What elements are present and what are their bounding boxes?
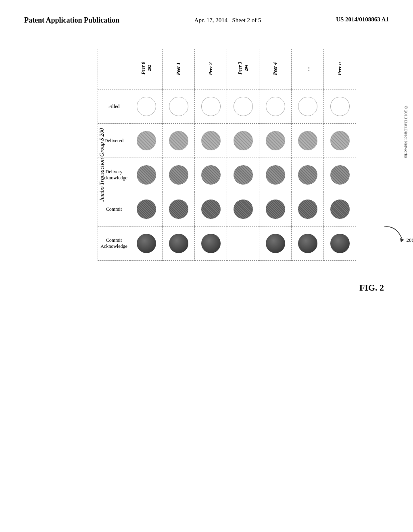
circle-empty bbox=[234, 97, 253, 116]
cell-delack-pn bbox=[324, 158, 356, 192]
row-label-commit: Commit bbox=[98, 192, 130, 227]
circle-hatched bbox=[330, 131, 350, 150]
circle-hatched2 bbox=[330, 165, 350, 185]
circle-hatched bbox=[298, 131, 317, 150]
circle-hatched2 bbox=[137, 165, 156, 185]
cell-commack-p2 bbox=[195, 227, 227, 261]
circle-hatched2 bbox=[234, 165, 253, 185]
cell-commit-pe bbox=[292, 192, 324, 227]
cell-commack-p4 bbox=[259, 227, 292, 261]
circle-hatched2 bbox=[169, 165, 188, 185]
circle-hatched bbox=[201, 131, 221, 150]
patent-number: US 2014/0108863 A1 bbox=[336, 16, 389, 23]
table-row-commit: Commit bbox=[98, 192, 356, 227]
cell-delack-p4 bbox=[259, 158, 292, 192]
cell-delack-p3 bbox=[227, 158, 259, 192]
cell-commack-pn bbox=[324, 227, 356, 261]
cell-filled-pe bbox=[292, 89, 324, 124]
cell-commit-p0 bbox=[130, 192, 163, 227]
corner-cell bbox=[98, 49, 130, 89]
circle-empty bbox=[330, 97, 350, 116]
cell-commit-p2 bbox=[195, 192, 227, 227]
circle-hatched bbox=[234, 131, 253, 150]
peer-2-header: Peer 2 bbox=[195, 49, 227, 89]
cell-filled-p4 bbox=[259, 89, 292, 124]
annotation-container: 206 bbox=[380, 223, 413, 257]
cell-delivered-p2 bbox=[195, 124, 227, 158]
cell-commack-pe bbox=[292, 227, 324, 261]
cell-delivered-p1 bbox=[163, 124, 195, 158]
circle-empty bbox=[298, 97, 317, 116]
circle-hatched3 bbox=[201, 200, 221, 219]
copyright-label: © 2013 DataDirect Networks bbox=[404, 106, 409, 158]
peer-n-header: Peer n bbox=[324, 49, 356, 89]
row-label-commit-ack: CommitAcknowledge bbox=[98, 227, 130, 261]
arrow-path bbox=[384, 227, 402, 239]
circle-hatched2 bbox=[266, 165, 285, 185]
peer-ellipsis-header: … bbox=[292, 49, 324, 89]
page-header: Patent Application Publication Apr. 17, … bbox=[0, 0, 413, 33]
cell-commit-p3 bbox=[227, 192, 259, 227]
circle-dark bbox=[137, 234, 156, 253]
circle-hatched bbox=[137, 131, 156, 150]
circle-hatched3 bbox=[234, 200, 253, 219]
circle-empty bbox=[266, 97, 285, 116]
cell-filled-p3 bbox=[227, 89, 259, 124]
cell-delivered-p0 bbox=[130, 124, 163, 158]
circle-empty bbox=[201, 97, 221, 116]
cell-filled-pn bbox=[324, 89, 356, 124]
cell-delack-p1 bbox=[163, 158, 195, 192]
annotation-206-label: 206 bbox=[407, 237, 413, 243]
circle-hatched2 bbox=[298, 165, 317, 185]
cell-filled-p0 bbox=[130, 89, 163, 124]
row-label-delivered: Delivered bbox=[98, 124, 130, 158]
circle-hatched3 bbox=[298, 200, 317, 219]
circle-dark bbox=[266, 234, 285, 253]
row-label-filled: Filled bbox=[98, 89, 130, 124]
circle-hatched3 bbox=[169, 200, 188, 219]
table-row-commit-ack: CommitAcknowledge bbox=[98, 227, 356, 261]
circle-empty bbox=[137, 97, 156, 116]
diagram-area: Jumbo Transaction Group S 200 © 2013 Dat… bbox=[69, 49, 384, 261]
cell-delivered-p4 bbox=[259, 124, 292, 158]
peer-1-header: Peer 1 bbox=[163, 49, 195, 89]
peer-3-header: Peer 3204 bbox=[227, 49, 259, 89]
circle-hatched2 bbox=[201, 165, 221, 185]
state-table: Peer 0202 Peer 1 Peer 2 Peer 3204 bbox=[98, 49, 356, 261]
cell-commack-p0 bbox=[130, 227, 163, 261]
table-row-delivered: Delivered bbox=[98, 124, 356, 158]
circle-dark bbox=[330, 234, 350, 253]
cell-delack-p0 bbox=[130, 158, 163, 192]
cell-delivered-pn bbox=[324, 124, 356, 158]
cell-delack-p2 bbox=[195, 158, 227, 192]
circle-hatched3 bbox=[330, 200, 350, 219]
circle-hatched3 bbox=[137, 200, 156, 219]
peer-0-header: Peer 0202 bbox=[130, 49, 163, 89]
circle-empty bbox=[169, 97, 188, 116]
circle-dark bbox=[201, 234, 221, 253]
table-container: Peer 0202 Peer 1 Peer 2 Peer 3204 bbox=[98, 49, 384, 261]
cell-commit-pn bbox=[324, 192, 356, 227]
cell-commack-p1 bbox=[163, 227, 195, 261]
circle-hatched bbox=[266, 131, 285, 150]
table-row-delivery-ack: DeliveryAcknowledge bbox=[98, 158, 356, 192]
cell-commit-p1 bbox=[163, 192, 195, 227]
circle-hatched3 bbox=[266, 200, 285, 219]
circle-dark bbox=[169, 234, 188, 253]
row-label-delivery-ack: DeliveryAcknowledge bbox=[98, 158, 130, 192]
cell-delivered-pe bbox=[292, 124, 324, 158]
circle-dark bbox=[298, 234, 317, 253]
publication-title: Patent Application Publication bbox=[24, 16, 119, 25]
sheet-info: Apr. 17, 2014 Sheet 2 of 5 bbox=[194, 16, 261, 25]
cell-filled-p2 bbox=[195, 89, 227, 124]
cell-commit-p4 bbox=[259, 192, 292, 227]
table-row-filled: Filled bbox=[98, 89, 356, 124]
cell-commack-p3 bbox=[227, 227, 259, 261]
cell-filled-p1 bbox=[163, 89, 195, 124]
circle-hatched bbox=[169, 131, 188, 150]
cell-delivered-p3 bbox=[227, 124, 259, 158]
peer-4-header: Peer 4 bbox=[259, 49, 292, 89]
fig-label: FIG. 2 bbox=[359, 283, 384, 293]
cell-delack-pe bbox=[292, 158, 324, 192]
